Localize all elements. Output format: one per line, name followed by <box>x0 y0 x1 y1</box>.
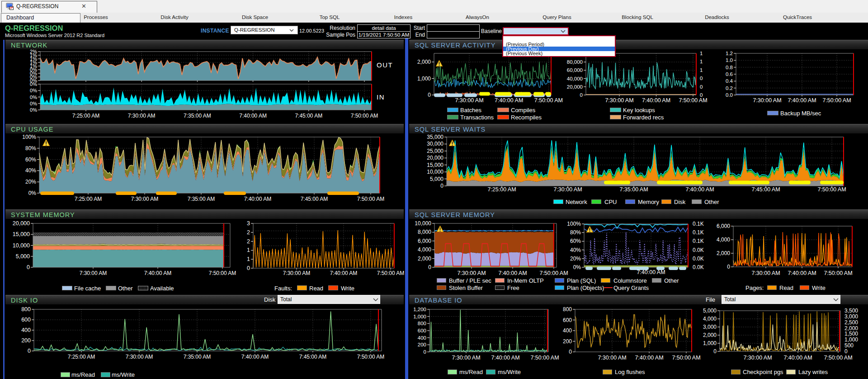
svg-text:20%: 20% <box>570 256 581 262</box>
svg-text:7:50:00 AM: 7:50:00 AM <box>817 186 846 193</box>
svg-text:7:50:00 AM: 7:50:00 AM <box>534 97 563 104</box>
svg-text:7:50:00 AM: 7:50:00 AM <box>539 270 568 276</box>
svg-text:2,000: 2,000 <box>417 59 431 65</box>
svg-text:1: 1 <box>700 67 703 73</box>
svg-text:7:30:00 AM: 7:30:00 AM <box>457 270 486 276</box>
svg-text:7:45:00 AM: 7:45:00 AM <box>295 113 322 119</box>
svg-text:7:40:00 AM: 7:40:00 AM <box>330 270 358 276</box>
svg-text:7:40:00 AM: 7:40:00 AM <box>144 270 172 276</box>
svg-text:5,000: 5,000 <box>430 176 443 182</box>
svg-text:7:30:00 AM: 7:30:00 AM <box>131 196 159 202</box>
svg-text:7:30:00 AM: 7:30:00 AM <box>553 186 582 193</box>
svg-text:1: 1 <box>247 247 250 253</box>
svg-text:7:35:00 AM: 7:35:00 AM <box>188 196 215 202</box>
svg-text:0: 0 <box>27 264 30 270</box>
svg-text:1,500: 1,500 <box>844 331 858 337</box>
svg-text:1,000: 1,000 <box>417 76 431 82</box>
svg-text:2,000: 2,000 <box>717 250 730 256</box>
svg-text:7:40:00 AM: 7:40:00 AM <box>788 97 816 104</box>
svg-text:7:40:00 AM: 7:40:00 AM <box>241 354 269 360</box>
svg-text:60%: 60% <box>25 156 36 163</box>
svg-text:3,000: 3,000 <box>703 324 717 330</box>
svg-text:0.0: 0.0 <box>726 92 733 98</box>
svg-text:2,000: 2,000 <box>703 332 717 338</box>
svg-text:7:50:00 AM: 7:50:00 AM <box>357 354 385 360</box>
svg-text:7:40:00 AM: 7:40:00 AM <box>498 270 527 276</box>
svg-text:0: 0 <box>844 348 848 355</box>
svg-text:7:40:00 AM: 7:40:00 AM <box>637 269 665 275</box>
svg-text:0: 0 <box>428 264 431 270</box>
svg-text:0.0K: 0.0K <box>693 256 704 262</box>
svg-text:7:50:00 AM: 7:50:00 AM <box>377 270 405 276</box>
svg-text:600: 600 <box>563 317 572 323</box>
svg-text:7:35:00 AM: 7:35:00 AM <box>184 354 211 360</box>
svg-text:0: 0 <box>700 76 703 81</box>
svg-text:7:35:00 AM: 7:35:00 AM <box>619 186 648 193</box>
svg-text:60%: 60% <box>570 238 581 244</box>
svg-text:4,000: 4,000 <box>703 316 717 322</box>
svg-text:0: 0 <box>424 349 426 355</box>
svg-text:0: 0 <box>700 84 703 90</box>
svg-text:800: 800 <box>21 306 31 313</box>
svg-text:25,000: 25,000 <box>427 148 443 154</box>
svg-text:600: 600 <box>418 328 426 333</box>
svg-text:35,000: 35,000 <box>427 134 443 140</box>
svg-text:7:50:00 AM: 7:50:00 AM <box>357 196 385 202</box>
svg-text:80%: 80% <box>25 145 36 152</box>
svg-text:7:30:00 AM: 7:30:00 AM <box>598 355 626 361</box>
svg-text:2,000: 2,000 <box>418 256 431 262</box>
svg-text:7:50:00 AM: 7:50:00 AM <box>530 355 559 361</box>
svg-text:7:40:00 AM: 7:40:00 AM <box>495 97 523 104</box>
svg-text:0.2: 0.2 <box>726 85 733 91</box>
svg-text:0%: 0% <box>30 95 37 100</box>
svg-text:OUT: OUT <box>377 61 393 69</box>
svg-text:100%: 100% <box>567 221 581 227</box>
svg-text:7:30:00 AM: 7:30:00 AM <box>128 113 156 119</box>
svg-text:80,000: 80,000 <box>567 59 583 65</box>
svg-text:5,000: 5,000 <box>703 308 717 314</box>
svg-text:0: 0 <box>247 265 250 271</box>
svg-text:7:25:00 AM: 7:25:00 AM <box>75 196 102 202</box>
svg-text:400: 400 <box>418 335 426 341</box>
svg-text:7:30:00 AM: 7:30:00 AM <box>753 97 781 104</box>
svg-text:20,000: 20,000 <box>567 84 583 90</box>
svg-text:0: 0 <box>580 92 583 98</box>
svg-text:7:50:00 AM: 7:50:00 AM <box>672 355 700 361</box>
svg-text:7:50:00 AM: 7:50:00 AM <box>824 355 852 361</box>
svg-text:0.1K: 0.1K <box>693 229 704 236</box>
svg-text:0: 0 <box>569 349 572 355</box>
svg-text:6,000: 6,000 <box>717 223 730 229</box>
svg-text:0: 0 <box>727 264 730 270</box>
svg-text:7:30:00 AM: 7:30:00 AM <box>80 270 107 276</box>
svg-text:7:30:00 AM: 7:30:00 AM <box>751 270 780 276</box>
svg-text:7:35:00 AM: 7:35:00 AM <box>184 113 211 119</box>
svg-text:2: 2 <box>247 229 250 236</box>
svg-text:0%: 0% <box>30 81 37 87</box>
svg-text:40,000: 40,000 <box>567 76 583 81</box>
svg-text:0.4: 0.4 <box>726 78 733 84</box>
svg-text:7:30:00 AM: 7:30:00 AM <box>283 270 311 276</box>
svg-text:20,000: 20,000 <box>427 155 443 161</box>
svg-text:0: 0 <box>713 348 717 355</box>
svg-text:40%: 40% <box>25 167 36 174</box>
svg-text:1: 1 <box>700 59 703 64</box>
svg-text:7:30:00 AM: 7:30:00 AM <box>743 355 772 361</box>
svg-text:8,000: 8,000 <box>418 229 431 235</box>
svg-text:100%: 100% <box>22 134 36 140</box>
svg-text:0: 0 <box>428 92 431 98</box>
svg-text:0%: 0% <box>30 88 37 93</box>
svg-text:15,000: 15,000 <box>13 231 30 237</box>
svg-text:0%: 0% <box>28 190 37 196</box>
svg-text:1,000: 1,000 <box>703 340 717 346</box>
svg-text:60,000: 60,000 <box>567 67 583 73</box>
svg-text:1.0: 1.0 <box>726 57 733 63</box>
svg-text:7:45:00 AM: 7:45:00 AM <box>301 196 328 202</box>
svg-text:7:30:00 AM: 7:30:00 AM <box>126 354 153 360</box>
svg-text:7:40:00 AM: 7:40:00 AM <box>239 113 267 119</box>
svg-text:0%: 0% <box>30 107 37 113</box>
svg-text:20%: 20% <box>25 179 36 185</box>
svg-text:7:50:00 AM: 7:50:00 AM <box>824 270 852 276</box>
svg-text:7:50:00 AM: 7:50:00 AM <box>209 270 236 276</box>
svg-text:7:50:00 AM: 7:50:00 AM <box>679 97 707 104</box>
svg-text:10,000: 10,000 <box>13 242 30 249</box>
